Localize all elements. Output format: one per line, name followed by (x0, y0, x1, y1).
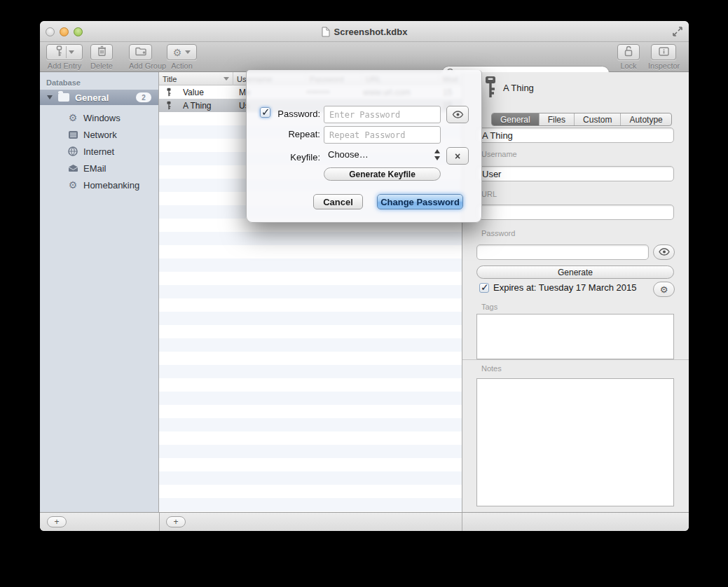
enter-password-input[interactable] (324, 106, 441, 123)
folder-plus-icon (135, 46, 146, 59)
cancel-button[interactable]: Cancel (313, 194, 363, 209)
tab-autotype[interactable]: Autotype (621, 113, 671, 125)
action-button[interactable]: ⚙ (167, 44, 197, 60)
delete-button[interactable] (90, 44, 113, 60)
add-group-plus-button[interactable]: + (47, 516, 67, 527)
window-title: Screenshot.kdbx (334, 27, 408, 37)
group-sidebar: Database General 2 ⚙ Windows Network (40, 72, 159, 512)
username-label: Username (481, 150, 517, 158)
sidebar-item-network[interactable]: Network (40, 126, 158, 143)
expires-row: Expires at: Tuesday 17 March 2015 (479, 282, 637, 293)
chevron-down-icon (185, 50, 191, 54)
add-entry-button[interactable] (46, 44, 83, 60)
sidebar-item-email[interactable]: EMail (40, 160, 158, 177)
key-icon (482, 75, 499, 102)
folder-icon (58, 93, 69, 102)
add-entry-label: Add Entry (46, 62, 83, 70)
key-icon (165, 101, 172, 110)
tags-label: Tags (481, 303, 497, 311)
disclosure-triangle-icon[interactable] (47, 95, 53, 99)
sidebar-item-general[interactable]: General 2 (40, 90, 158, 105)
desktop-background: Screenshot.kdbx Add Entry (0, 0, 728, 587)
url-label: URL (481, 190, 497, 198)
entry-count-badge: 2 (136, 92, 151, 102)
open-padlock-icon (624, 46, 633, 60)
cell-title: Value (183, 88, 232, 97)
close-icon: × (455, 151, 460, 162)
expires-label: Expires at: Tuesday 17 March 2015 (493, 282, 637, 293)
sidebar-item-homebanking[interactable]: ⚙ Homebanking (40, 177, 158, 193)
key-icon (55, 46, 64, 60)
title-bar[interactable]: Screenshot.kdbx (40, 21, 689, 42)
notes-label: Notes (481, 364, 502, 373)
bottom-bar: + + (40, 512, 689, 531)
reveal-password-button[interactable] (653, 244, 675, 260)
password-label: Password (481, 229, 515, 237)
repeat-password-input[interactable] (324, 126, 441, 144)
change-password-button[interactable]: Change Password (377, 194, 463, 209)
sidebar-section-header: Database (46, 78, 81, 87)
server-icon (67, 130, 79, 139)
sidebar-item-label: General (75, 92, 136, 103)
change-password-dialog: Password: Repeat: Keyfile: Choose… × Gen… (246, 70, 482, 223)
stepper-icon[interactable] (434, 149, 441, 160)
show-password-button[interactable] (446, 106, 469, 123)
expires-options-button[interactable]: ⚙ (653, 282, 675, 297)
gear-icon: ⚙ (67, 180, 79, 190)
password-field[interactable] (476, 244, 649, 260)
lock-button[interactable] (617, 44, 640, 60)
app-window: Screenshot.kdbx Add Entry (40, 21, 689, 531)
dialog-repeat-label: Repeat: (273, 129, 320, 139)
url-field[interactable] (476, 205, 674, 220)
add-entry-plus-button[interactable]: + (166, 516, 186, 527)
sort-descending-icon (224, 77, 229, 81)
sidebar-item-internet[interactable]: Internet (40, 143, 158, 160)
tab-files[interactable]: Files (540, 113, 575, 125)
tab-custom[interactable]: Custom (575, 113, 621, 125)
section-divider (462, 359, 689, 360)
cell-title: A Thing (183, 101, 232, 111)
generate-password-button[interactable]: Generate (476, 265, 674, 279)
gear-icon: ⚙ (173, 47, 182, 58)
info-icon (659, 46, 669, 59)
toolbar: Add Entry Delete Add Group (40, 42, 689, 72)
inspector-tabs: General Files Custom Autotype (491, 113, 672, 126)
clear-keyfile-button[interactable]: × (446, 147, 469, 165)
notes-input[interactable] (476, 378, 674, 506)
dialog-keyfile-label: Keyfile: (273, 152, 320, 163)
split-divider (66, 46, 67, 58)
trash-icon (97, 46, 107, 59)
add-group-button[interactable] (129, 44, 152, 60)
tags-input[interactable] (476, 314, 674, 359)
username-field[interactable] (476, 166, 674, 181)
action-label: Action (167, 62, 197, 70)
dialog-password-label: Password: (273, 109, 320, 119)
window-title-area: Screenshot.kdbx (40, 21, 689, 42)
gear-icon: ⚙ (660, 284, 668, 295)
expires-checkbox[interactable] (479, 283, 489, 293)
inspector-entry-title: A Thing (503, 83, 534, 93)
key-icon (165, 88, 172, 97)
inspector-label: Inspector (648, 62, 679, 70)
column-header-title[interactable]: Title (159, 72, 233, 85)
delete-label: Delete (90, 62, 113, 70)
inspector-button[interactable] (651, 44, 676, 60)
globe-icon (67, 146, 79, 156)
generate-keyfile-button[interactable]: Generate Keyfile (324, 167, 441, 181)
title-field[interactable] (476, 127, 674, 143)
keyfile-popup[interactable]: Choose… (328, 149, 369, 160)
sidebar-item-windows[interactable]: ⚙ Windows (40, 109, 158, 126)
eye-icon (659, 246, 670, 258)
chevron-down-icon (69, 50, 74, 54)
inspector-panel: A Thing General Files Custom Autotype Us… (462, 72, 689, 512)
eye-icon (452, 109, 464, 120)
envelope-icon (67, 164, 79, 172)
divider (462, 513, 462, 531)
tab-general[interactable]: General (492, 113, 540, 125)
document-icon (322, 27, 330, 37)
lock-label: Lock (617, 62, 640, 70)
divider (159, 513, 160, 531)
fullscreen-icon[interactable] (672, 26, 683, 40)
password-checkbox[interactable] (260, 107, 270, 118)
gear-icon: ⚙ (67, 113, 79, 123)
